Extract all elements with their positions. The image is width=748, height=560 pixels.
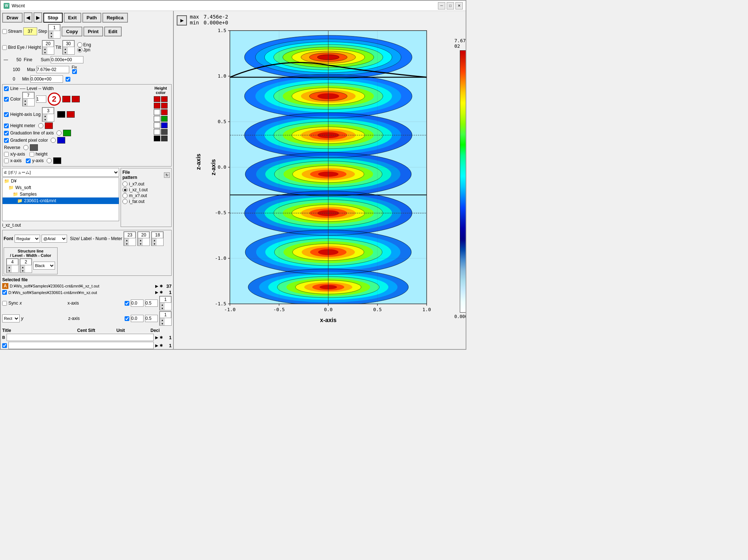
b-title[interactable] xyxy=(7,334,154,341)
y-axis-checkbox[interactable] xyxy=(26,158,31,163)
sz-up[interactable]: ▲ xyxy=(124,238,129,242)
height-value[interactable] xyxy=(42,40,54,47)
height-meter-checkbox[interactable] xyxy=(4,124,9,128)
xs-dn[interactable]: ▼ xyxy=(160,306,165,310)
height-check[interactable] xyxy=(30,152,34,157)
size-value[interactable] xyxy=(124,232,136,238)
drive-select[interactable]: d: [ボリューム] xyxy=(2,168,119,177)
minimize-button[interactable]: ─ xyxy=(438,2,445,9)
graduation-radio[interactable] xyxy=(56,130,62,136)
b-arrow[interactable]: ▶ xyxy=(155,335,158,340)
radio-mx[interactable] xyxy=(122,193,128,198)
tree-item-230601[interactable]: 📁 230601-cnt&mnt xyxy=(3,197,119,204)
x-sync-val2[interactable] xyxy=(145,299,158,307)
tilt-value[interactable] xyxy=(63,40,74,47)
gradient-checkbox[interactable] xyxy=(4,138,9,143)
step-up[interactable]: ▲ xyxy=(48,31,54,35)
label-value[interactable] xyxy=(138,232,149,238)
x-step-spin[interactable]: ▲ ▼ xyxy=(159,296,172,310)
draw-button[interactable]: Draw xyxy=(2,13,23,23)
zs-up[interactable]: ▲ xyxy=(160,318,165,322)
color-down[interactable]: ▼ xyxy=(23,102,28,106)
graduation-checkbox[interactable] xyxy=(4,131,9,136)
color-swatch-red2[interactable] xyxy=(72,96,80,102)
sw-up[interactable]: ▲ xyxy=(20,265,25,269)
stop-button[interactable]: Stop xyxy=(43,13,63,23)
star-a2[interactable]: ✱ xyxy=(160,290,163,295)
zs-dn[interactable]: ▼ xyxy=(160,322,165,325)
sl-up[interactable]: ▲ xyxy=(7,265,12,269)
sl-level[interactable] xyxy=(7,259,18,265)
arrow-a2[interactable]: ▶ xyxy=(155,290,158,295)
label-spinbox[interactable]: ▲ ▼ xyxy=(137,231,150,246)
exit-button[interactable]: Exit xyxy=(64,13,81,23)
sl-width-spin[interactable]: ▲ ▼ xyxy=(20,258,32,273)
b-arrow2[interactable]: ▶ xyxy=(155,343,158,348)
lb-up[interactable]: ▲ xyxy=(138,238,143,242)
height-log-value[interactable] xyxy=(42,107,54,114)
b-path[interactable] xyxy=(8,342,154,349)
sl-level-spin[interactable]: ▲ ▼ xyxy=(6,258,19,273)
sl-width[interactable] xyxy=(20,259,32,265)
height-log-color[interactable] xyxy=(57,111,65,118)
reverse-radio[interactable] xyxy=(23,145,28,150)
height-log-color2[interactable] xyxy=(67,111,75,118)
hlog-up[interactable]: ▲ xyxy=(42,114,47,118)
tree-item-wssoft[interactable]: 📁 Ws_soft xyxy=(3,184,119,191)
size-spinbox[interactable]: ▲ ▼ xyxy=(124,231,136,246)
x-sync-check1[interactable] xyxy=(125,301,129,306)
b-checkbox[interactable] xyxy=(2,343,7,348)
tilt-spinbox[interactable]: ▲ ▼ xyxy=(62,40,75,55)
b-star2[interactable]: ✱ xyxy=(160,343,163,348)
nb-up[interactable]: ▲ xyxy=(152,238,157,242)
print-button[interactable]: Print xyxy=(83,27,103,36)
numb-spinbox[interactable]: ▲ ▼ xyxy=(151,231,164,246)
tree-item-d[interactable]: 📁 D¥ xyxy=(3,178,119,184)
close-button[interactable]: ✕ xyxy=(455,2,463,9)
sl-color-select[interactable]: Black xyxy=(33,262,55,270)
replica-button[interactable]: Replica xyxy=(102,13,128,23)
height-log-spinbox[interactable]: ▲ ▼ xyxy=(42,107,54,122)
play-right-button[interactable]: ▶ xyxy=(177,15,187,26)
hlog-down[interactable]: ▼ xyxy=(42,118,47,121)
height-axis-checkbox[interactable] xyxy=(4,112,9,117)
file-a2-checkbox[interactable] xyxy=(2,290,7,295)
height-meter-color[interactable] xyxy=(45,122,53,129)
step-down[interactable]: ▼ xyxy=(48,35,54,38)
radio-ixz[interactable] xyxy=(122,187,128,192)
color-value[interactable] xyxy=(23,92,34,99)
tilt-up[interactable]: ▲ xyxy=(63,47,68,51)
hc-w2[interactable] xyxy=(154,116,160,122)
sw-dn[interactable]: ▼ xyxy=(20,269,25,273)
hc-bk2[interactable] xyxy=(154,136,160,141)
hc-b1[interactable] xyxy=(161,122,168,128)
radio-ix[interactable] xyxy=(122,181,128,187)
next-button[interactable]: ▶ xyxy=(34,12,42,23)
gradient-color[interactable] xyxy=(57,137,65,144)
sum-value[interactable] xyxy=(51,56,83,63)
step-value[interactable] xyxy=(48,24,60,31)
refresh-button[interactable]: ↻ xyxy=(164,172,170,178)
fix-max-checkbox[interactable] xyxy=(72,69,77,74)
prev-button[interactable]: ◀ xyxy=(24,12,32,23)
z-sync-check1[interactable] xyxy=(125,316,129,321)
height-down[interactable]: ▼ xyxy=(42,51,47,54)
copy-button[interactable]: Copy xyxy=(62,27,82,36)
color-spinbox[interactable]: ▲ ▼ xyxy=(22,92,35,106)
font-name-select[interactable]: @Arial xyxy=(42,235,67,243)
star-a[interactable]: ✱ xyxy=(160,284,163,289)
z-step-spin[interactable]: ▲ ▼ xyxy=(159,311,172,326)
x-step[interactable] xyxy=(160,296,171,303)
color-up[interactable]: ▲ xyxy=(23,99,28,102)
hc-w1[interactable] xyxy=(154,109,160,115)
hc-red2[interactable] xyxy=(161,96,168,102)
max-value[interactable] xyxy=(36,66,69,73)
color-val2[interactable] xyxy=(36,95,46,103)
hc-r5[interactable] xyxy=(161,109,168,115)
height-spinbox[interactable]: ▲ ▼ xyxy=(42,40,54,55)
z-step[interactable] xyxy=(160,312,171,318)
hc-w4[interactable] xyxy=(154,129,160,135)
reverse-color[interactable] xyxy=(30,144,38,151)
color-swatch-red[interactable] xyxy=(62,96,70,102)
edit-button[interactable]: Edit xyxy=(104,27,122,36)
